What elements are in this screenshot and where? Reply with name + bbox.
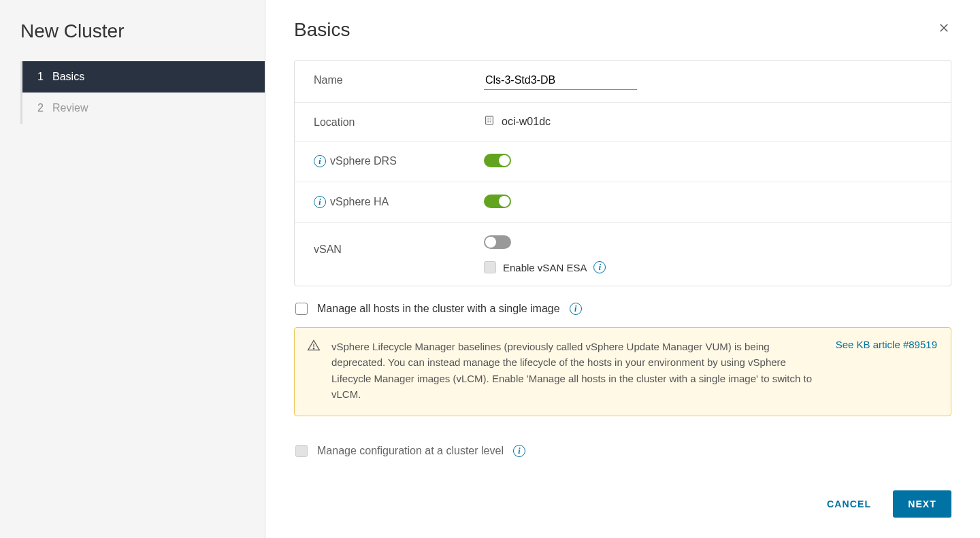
datacenter-icon xyxy=(484,115,495,129)
manage-single-image-row[interactable]: Manage all hosts in the cluster with a s… xyxy=(294,286,951,315)
vsan-label: vSAN xyxy=(314,243,342,256)
manage-cluster-level-row: Manage configuration at a cluster level … xyxy=(294,428,951,457)
step-label: Review xyxy=(52,102,88,114)
content-header: Basics xyxy=(265,0,980,60)
svg-rect-0 xyxy=(486,116,493,124)
info-icon[interactable]: i xyxy=(593,261,606,273)
wizard-content: Basics Name Location xyxy=(265,0,980,538)
name-label: Name xyxy=(314,73,484,86)
cancel-button[interactable]: CANCEL xyxy=(815,492,883,516)
step-label: Basics xyxy=(52,71,84,83)
step-number: 1 xyxy=(37,71,52,83)
row-drs: i vSphere DRS xyxy=(295,141,951,182)
row-vsan: vSAN Enable vSAN ESA i xyxy=(295,223,951,286)
form-body: Name Location xyxy=(265,60,980,470)
form-table: Name Location xyxy=(294,60,951,286)
vsan-toggle[interactable] xyxy=(484,235,511,249)
wizard-steps: 1 Basics 2 Review xyxy=(20,61,265,124)
drs-label: vSphere DRS xyxy=(330,155,397,167)
dialog-footer: CANCEL NEXT xyxy=(265,470,980,538)
vsan-esa-label: Enable vSAN ESA xyxy=(503,262,587,273)
name-input[interactable] xyxy=(484,73,637,90)
info-icon[interactable]: i xyxy=(570,303,582,315)
manage-cluster-level-label: Manage configuration at a cluster level xyxy=(317,445,504,457)
next-button[interactable]: NEXT xyxy=(893,490,951,518)
svg-point-1 xyxy=(313,348,314,349)
wizard-sidebar: New Cluster 1 Basics 2 Review xyxy=(0,0,265,538)
kb-article-link[interactable]: See KB article #89519 xyxy=(836,339,937,402)
info-icon[interactable]: i xyxy=(314,196,326,208)
manage-cluster-level-checkbox xyxy=(295,445,308,457)
manage-single-image-checkbox[interactable] xyxy=(295,303,308,315)
alert-text: vSphere Lifecycle Manager baselines (pre… xyxy=(331,339,825,402)
location-label: Location xyxy=(314,115,484,129)
deprecation-alert: vSphere Lifecycle Manager baselines (pre… xyxy=(294,327,951,416)
close-icon[interactable] xyxy=(935,19,953,37)
sidebar-title: New Cluster xyxy=(0,0,265,61)
info-icon[interactable]: i xyxy=(513,445,525,457)
info-icon[interactable]: i xyxy=(314,155,326,167)
page-title: Basics xyxy=(294,19,350,41)
row-location: Location oci-w01dc xyxy=(295,103,951,141)
row-ha: i vSphere HA xyxy=(295,182,951,223)
vsan-esa-row: Enable vSAN ESA i xyxy=(484,261,951,273)
wizard-step-review[interactable]: 2 Review xyxy=(22,93,265,124)
row-name: Name xyxy=(295,61,951,103)
warning-icon xyxy=(307,339,321,352)
location-value: oci-w01dc xyxy=(502,116,551,128)
step-number: 2 xyxy=(37,102,52,114)
new-cluster-dialog: New Cluster 1 Basics 2 Review Basics Nam… xyxy=(0,0,980,538)
ha-label: vSphere HA xyxy=(330,196,389,208)
vsan-esa-checkbox xyxy=(484,261,496,273)
wizard-step-basics[interactable]: 1 Basics xyxy=(22,61,265,93)
drs-toggle[interactable] xyxy=(484,154,511,167)
ha-toggle[interactable] xyxy=(484,195,511,208)
manage-single-image-label: Manage all hosts in the cluster with a s… xyxy=(317,303,560,315)
